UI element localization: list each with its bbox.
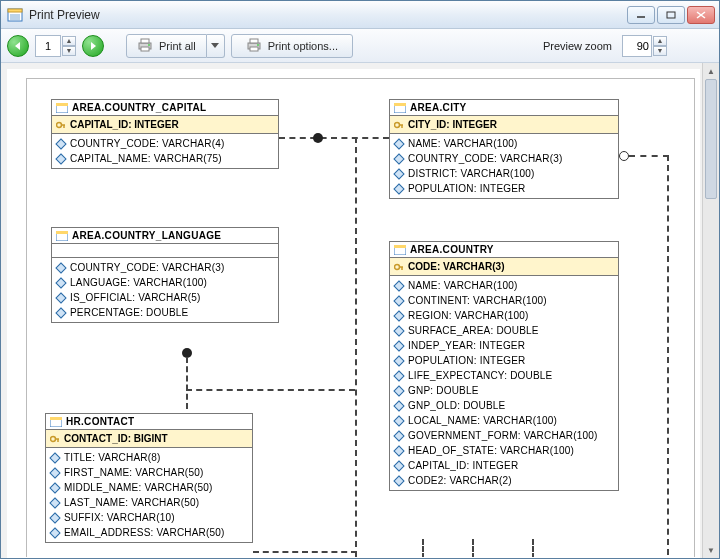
connector bbox=[532, 539, 534, 558]
svg-point-31 bbox=[395, 264, 400, 269]
maximize-button[interactable] bbox=[657, 6, 685, 24]
entity-column: COUNTRY_CODE: VARCHAR(3) bbox=[52, 260, 278, 275]
entity-country: AREA.COUNTRY CODE: VARCHAR(3) NAME: VARC… bbox=[389, 241, 619, 491]
entity-column: IS_OFFICIAL: VARCHAR(5) bbox=[52, 290, 278, 305]
connector bbox=[472, 539, 474, 558]
entity-title: HR.CONTACT bbox=[66, 416, 134, 427]
column-icon bbox=[55, 292, 66, 303]
entity-column: NAME: VARCHAR(100) bbox=[390, 278, 618, 293]
entity-column: REGION: VARCHAR(100) bbox=[390, 308, 618, 323]
key-icon bbox=[50, 434, 60, 444]
svg-point-36 bbox=[51, 436, 56, 441]
column-icon bbox=[55, 277, 66, 288]
print-all-button[interactable]: Print all bbox=[126, 34, 207, 58]
close-button[interactable] bbox=[687, 6, 715, 24]
preview-area: AREA.COUNTRY_CAPITAL CAPITAL_ID: INTEGER… bbox=[1, 63, 719, 558]
entity-column: LANGUAGE: VARCHAR(100) bbox=[52, 275, 278, 290]
svg-point-19 bbox=[57, 122, 62, 127]
entity-column: FIRST_NAME: VARCHAR(50) bbox=[46, 465, 252, 480]
connector-dot bbox=[313, 133, 323, 143]
entity-pk-row: CITY_ID: INTEGER bbox=[390, 116, 618, 134]
print-all-group: Print all bbox=[126, 34, 225, 58]
column-icon bbox=[393, 475, 404, 486]
entity-country-language: AREA.COUNTRY_LANGUAGE COUNTRY_CODE: VARC… bbox=[51, 227, 279, 323]
column-icon bbox=[393, 415, 404, 426]
entity-pk-text: CITY_ID: INTEGER bbox=[408, 119, 497, 130]
entity-column: CODE2: VARCHAR(2) bbox=[390, 473, 618, 488]
app-icon bbox=[7, 7, 23, 23]
next-page-button[interactable] bbox=[82, 35, 104, 57]
column-icon bbox=[49, 452, 60, 463]
table-icon bbox=[56, 231, 68, 241]
column-icon bbox=[393, 310, 404, 321]
scrollbar-thumb[interactable] bbox=[705, 79, 717, 199]
vertical-scrollbar[interactable]: ▲ ▼ bbox=[702, 63, 719, 558]
column-icon bbox=[55, 262, 66, 273]
entity-header: AREA.COUNTRY bbox=[390, 242, 618, 258]
entity-column: DISTRICT: VARCHAR(100) bbox=[390, 166, 618, 181]
column-icon bbox=[55, 153, 66, 164]
zoom-down-button[interactable]: ▼ bbox=[653, 46, 667, 56]
entity-header: AREA.CITY bbox=[390, 100, 618, 116]
entity-column: HEAD_OF_STATE: VARCHAR(100) bbox=[390, 443, 618, 458]
column-icon bbox=[55, 307, 66, 318]
svg-point-12 bbox=[148, 44, 150, 46]
connector-ring bbox=[619, 151, 629, 161]
svg-point-16 bbox=[257, 44, 259, 46]
preview-canvas[interactable]: AREA.COUNTRY_CAPITAL CAPITAL_ID: INTEGER… bbox=[7, 69, 700, 558]
column-icon bbox=[393, 295, 404, 306]
zoom-input[interactable] bbox=[622, 35, 652, 57]
table-icon bbox=[394, 103, 406, 113]
entity-column: LOCAL_NAME: VARCHAR(100) bbox=[390, 413, 618, 428]
connector bbox=[667, 155, 669, 555]
entity-header: AREA.COUNTRY_LANGUAGE bbox=[52, 228, 278, 244]
entity-city: AREA.CITY CITY_ID: INTEGER NAME: VARCHAR… bbox=[389, 99, 619, 199]
column-icon bbox=[49, 467, 60, 478]
page-number-input[interactable] bbox=[35, 35, 61, 57]
column-icon bbox=[393, 138, 404, 149]
entity-columns: NAME: VARCHAR(100) CONTINENT: VARCHAR(10… bbox=[390, 276, 618, 490]
zoom-up-button[interactable]: ▲ bbox=[653, 36, 667, 46]
print-all-dropdown[interactable] bbox=[207, 34, 225, 58]
entity-column: POPULATION: INTEGER bbox=[390, 181, 618, 196]
connector bbox=[279, 137, 389, 139]
scroll-down-button[interactable]: ▼ bbox=[703, 542, 719, 558]
entity-column: COUNTRY_CODE: VARCHAR(3) bbox=[390, 151, 618, 166]
svg-rect-35 bbox=[50, 417, 62, 420]
entity-column: GNP: DOUBLE bbox=[390, 383, 618, 398]
column-icon bbox=[393, 183, 404, 194]
svg-rect-28 bbox=[56, 231, 68, 234]
column-icon bbox=[393, 370, 404, 381]
entity-country-capital: AREA.COUNTRY_CAPITAL CAPITAL_ID: INTEGER… bbox=[51, 99, 279, 169]
page-number-spinner[interactable]: ▲ ▼ bbox=[35, 35, 76, 57]
minimize-button[interactable] bbox=[627, 6, 655, 24]
window-title: Print Preview bbox=[29, 8, 627, 22]
entity-column: TITLE: VARCHAR(8) bbox=[46, 450, 252, 465]
entity-columns: NAME: VARCHAR(100) COUNTRY_CODE: VARCHAR… bbox=[390, 134, 618, 198]
svg-rect-1 bbox=[8, 9, 22, 12]
print-options-label: Print options... bbox=[268, 40, 338, 52]
connector bbox=[186, 389, 355, 391]
svg-rect-15 bbox=[250, 47, 258, 51]
column-icon bbox=[393, 280, 404, 291]
column-icon bbox=[393, 340, 404, 351]
entity-column: GNP_OLD: DOUBLE bbox=[390, 398, 618, 413]
svg-rect-18 bbox=[56, 103, 68, 106]
page-up-button[interactable]: ▲ bbox=[62, 36, 76, 46]
zoom-spinner[interactable]: ▲ ▼ bbox=[622, 35, 667, 57]
column-icon bbox=[393, 400, 404, 411]
scroll-up-button[interactable]: ▲ bbox=[703, 63, 719, 79]
entity-pk-text: CAPITAL_ID: INTEGER bbox=[70, 119, 179, 130]
entity-column: SUFFIX: VARCHAR(10) bbox=[46, 510, 252, 525]
entity-pk-text: CODE: VARCHAR(3) bbox=[408, 261, 504, 272]
column-icon bbox=[49, 527, 60, 538]
entity-pk-row: CODE: VARCHAR(3) bbox=[390, 258, 618, 276]
column-icon bbox=[49, 497, 60, 508]
page-down-button[interactable]: ▼ bbox=[62, 46, 76, 56]
prev-page-button[interactable] bbox=[7, 35, 29, 57]
page-surface: AREA.COUNTRY_CAPITAL CAPITAL_ID: INTEGER… bbox=[26, 78, 695, 558]
column-icon bbox=[393, 325, 404, 336]
entity-title: AREA.COUNTRY bbox=[410, 244, 494, 255]
entity-column: LAST_NAME: VARCHAR(50) bbox=[46, 495, 252, 510]
print-options-button[interactable]: Print options... bbox=[231, 34, 353, 58]
